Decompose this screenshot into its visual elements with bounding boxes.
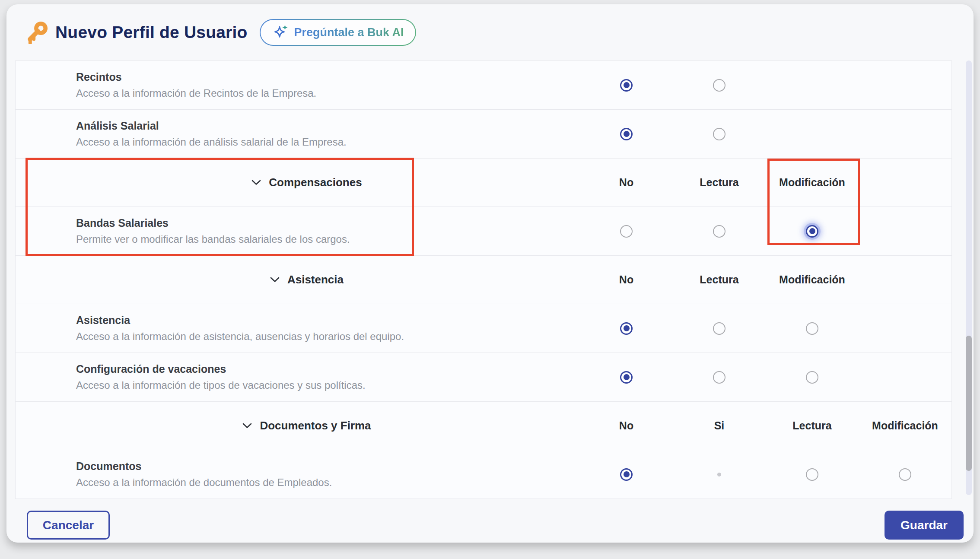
table-cell <box>766 450 859 499</box>
table-cell <box>580 110 673 158</box>
ask-buk-ai-button[interactable]: Pregúntale a Buk AI <box>260 19 416 46</box>
table-cell: No <box>580 256 673 304</box>
table-cell: Modificación <box>766 256 859 304</box>
permission-row-configuracion-de-vacaciones: Configuración de vacacionesAcceso a la i… <box>16 353 951 401</box>
table-cell <box>673 61 766 109</box>
chevron-down-icon[interactable] <box>270 276 280 283</box>
table-cell <box>766 353 859 401</box>
sparkle-icon <box>272 24 289 41</box>
table-cell: Modificación <box>859 402 951 450</box>
row-label-area: Bandas SalarialesPermite ver o modificar… <box>16 207 580 255</box>
main-card: Nuevo Perfil de Usuario Pregúntale a Buk… <box>6 4 974 543</box>
ask-buk-ai-label: Pregúntale a Buk AI <box>294 26 404 39</box>
table-cell <box>859 110 951 158</box>
radio-documentos-col3[interactable] <box>806 468 818 481</box>
table-cell <box>580 450 673 499</box>
chevron-down-icon[interactable] <box>251 179 261 186</box>
radio-asistencia-col2[interactable] <box>713 322 725 335</box>
table-cell: No <box>580 402 673 450</box>
column-header: Si <box>714 419 725 432</box>
table-cell <box>580 207 673 255</box>
permission-row-recintos: RecintosAcceso a la información de Recin… <box>16 61 951 109</box>
page-title: Nuevo Perfil de Usuario <box>55 23 248 42</box>
scrollbar-thumb[interactable] <box>966 336 972 471</box>
section-title: Compensaciones <box>269 176 362 189</box>
row-label-area: RecintosAcceso a la información de Recin… <box>16 61 580 109</box>
row-label-area: DocumentosAcceso a la información de doc… <box>16 450 580 499</box>
table-cell <box>859 304 951 353</box>
table-cell: Modificación <box>766 159 859 206</box>
table-cell <box>766 61 859 109</box>
table-cell <box>673 207 766 255</box>
radio-configuracion-de-vacaciones-col3[interactable] <box>806 371 818 384</box>
radio-bandas-salariales-col3[interactable] <box>806 225 818 238</box>
permission-description: Acceso a la información de análisis sala… <box>76 136 580 148</box>
section-row-documentos-y-firma[interactable]: Documentos y FirmaNoSiLecturaModificació… <box>16 401 951 450</box>
column-header: Lectura <box>700 176 738 189</box>
table-cell <box>580 353 673 401</box>
radio-configuracion-de-vacaciones-col1[interactable] <box>620 371 633 384</box>
table-cell <box>673 450 766 499</box>
chevron-down-icon[interactable] <box>242 422 252 429</box>
table-cell <box>673 304 766 353</box>
permission-row-asistencia: AsistenciaAcceso a la información de asi… <box>16 304 951 353</box>
table-cell: Lectura <box>766 402 859 450</box>
permission-row-documentos: DocumentosAcceso a la información de doc… <box>16 450 951 499</box>
row-label-area: Compensaciones <box>16 159 580 206</box>
table-cell <box>766 110 859 158</box>
row-label-area: Configuración de vacacionesAcceso a la i… <box>16 353 580 401</box>
table-cell <box>673 353 766 401</box>
column-header: No <box>619 273 633 286</box>
permission-title: Documentos <box>76 460 580 473</box>
column-header: Lectura <box>700 273 738 286</box>
section-row-asistencia[interactable]: AsistenciaNoLecturaModificación <box>16 255 951 304</box>
permissions-table: RecintosAcceso a la información de Recin… <box>15 60 952 499</box>
radio-documentos-col1[interactable] <box>620 468 633 481</box>
table-cell <box>859 61 951 109</box>
table-cell <box>859 450 951 499</box>
page-header: Nuevo Perfil de Usuario Pregúntale a Buk… <box>25 19 416 46</box>
radio-asistencia-col1[interactable] <box>620 322 633 335</box>
radio-analisis-salarial-col2[interactable] <box>713 128 725 140</box>
section-title: Asistencia <box>287 273 344 286</box>
column-header: No <box>619 176 633 189</box>
column-header: Modificación <box>779 273 845 286</box>
table-cell: Lectura <box>673 159 766 206</box>
radio-asistencia-col3[interactable] <box>806 322 818 335</box>
table-cell: Lectura <box>673 256 766 304</box>
save-button[interactable]: Guardar <box>885 511 964 540</box>
permission-title: Bandas Salariales <box>76 217 580 229</box>
section-row-compensaciones[interactable]: CompensacionesNoLecturaModificación <box>16 158 951 206</box>
permission-row-bandas-salariales: Bandas SalarialesPermite ver o modificar… <box>16 206 951 255</box>
table-cell <box>859 353 951 401</box>
row-label-area: Asistencia <box>16 256 580 304</box>
radio-bandas-salariales-col1[interactable] <box>620 225 633 238</box>
permission-title: Recintos <box>76 71 580 83</box>
permission-title: Configuración de vacaciones <box>76 363 580 375</box>
permission-title: Análisis Salarial <box>76 120 580 132</box>
table-cell <box>859 159 951 206</box>
row-label-area: AsistenciaAcceso a la información de asi… <box>16 304 580 353</box>
radio-recintos-col1[interactable] <box>620 79 633 92</box>
table-cell <box>673 110 766 158</box>
radio-documentos-col4[interactable] <box>899 468 911 481</box>
column-header: Modificación <box>872 419 938 432</box>
table-cell <box>580 304 673 353</box>
radio-analisis-salarial-col1[interactable] <box>620 128 633 140</box>
permission-row-analisis-salarial: Análisis SalarialAcceso a la información… <box>16 109 951 158</box>
table-cell <box>859 207 951 255</box>
column-header: Lectura <box>792 419 831 432</box>
permission-description: Acceso a la información de asistencia, a… <box>76 330 580 343</box>
cancel-button[interactable]: Cancelar <box>27 511 110 540</box>
disabled-radio-dot <box>717 473 721 476</box>
permission-description: Acceso a la información de tipos de vaca… <box>76 379 580 391</box>
table-cell <box>580 61 673 109</box>
radio-configuracion-de-vacaciones-col2[interactable] <box>713 371 725 384</box>
section-title: Documentos y Firma <box>260 419 371 432</box>
row-label-area: Documentos y Firma <box>16 402 580 450</box>
radio-recintos-col2[interactable] <box>713 79 725 92</box>
permission-description: Acceso a la información de documentos de… <box>76 476 580 489</box>
radio-bandas-salariales-col2[interactable] <box>713 225 725 238</box>
permission-description: Acceso a la información de Recintos de l… <box>76 87 580 99</box>
table-cell: Si <box>673 402 766 450</box>
